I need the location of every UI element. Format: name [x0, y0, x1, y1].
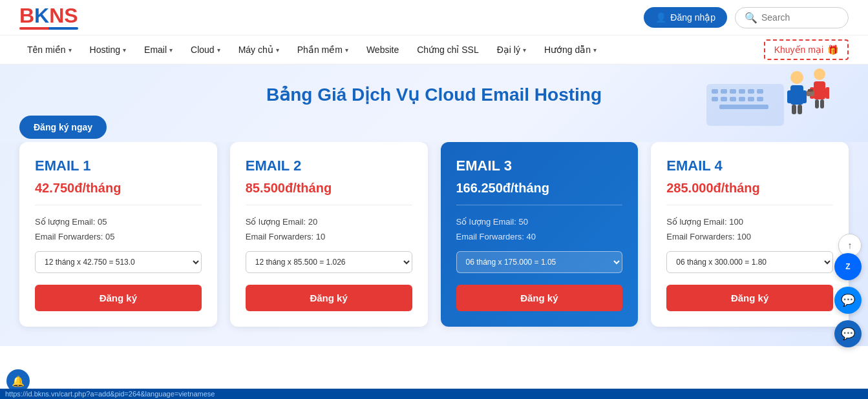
navbar: Tên miền ▾ Hosting ▾ Email ▾ Cloud ▾ Máy…: [0, 36, 868, 65]
logo-underline: [19, 27, 78, 30]
header-right: 👤 Đăng nhập 🔍: [644, 7, 849, 28]
nav-label-phan-mem: Phần mềm: [297, 45, 343, 55]
svg-rect-23: [825, 87, 829, 99]
svg-rect-8: [721, 97, 727, 101]
gift-icon: 🎁: [827, 45, 838, 55]
logo-b: B: [19, 4, 34, 27]
user-icon: 👤: [655, 12, 666, 23]
email3-price: 166.250đ/tháng: [456, 181, 623, 196]
promo-button[interactable]: Khuyến mại 🎁: [764, 39, 849, 60]
nav-label-hosting: Hosting: [90, 45, 120, 55]
divider: [456, 205, 623, 205]
search-input[interactable]: [761, 12, 839, 23]
email4-price: 285.000đ/tháng: [666, 181, 833, 196]
chat-icon: 💬: [841, 327, 855, 341]
email1-features: Số lượng Email: 05 Email Forwarders: 05: [35, 214, 202, 245]
svg-rect-13: [719, 105, 768, 109]
nav-item-dai-ly[interactable]: Đại lý ▾: [489, 36, 534, 64]
email4-register-button[interactable]: Đăng ký: [666, 285, 833, 311]
nav-label-may-chu: Máy chủ: [238, 45, 273, 55]
email2-register-button[interactable]: Đăng ký: [246, 285, 412, 311]
nav-label-cloud: Cloud: [191, 45, 215, 55]
logo-k: K: [34, 4, 49, 27]
hero-illustration: [700, 65, 829, 129]
svg-rect-19: [798, 105, 802, 114]
svg-rect-17: [801, 90, 807, 103]
pricing-card-email3: EMAIL 3 166.250đ/tháng Số lượng Email: 5…: [441, 142, 639, 327]
nav-item-cloud[interactable]: Cloud ▾: [183, 36, 228, 64]
login-button[interactable]: 👤 Đăng nhập: [644, 7, 727, 28]
svg-rect-3: [730, 89, 736, 94]
pricing-card-email4: EMAIL 4 285.000đ/tháng Số lượng Email: 1…: [651, 142, 849, 327]
nav-label-dai-ly: Đại lý: [497, 45, 520, 55]
float-buttons: Z 💬 💬: [834, 253, 862, 346]
pricing-card-email2: EMAIL 2 85.500đ/tháng Số lượng Email: 20…: [230, 142, 428, 327]
svg-rect-7: [712, 97, 718, 101]
nav-label-ten-mien: Tên miền: [27, 45, 66, 55]
svg-rect-12: [757, 97, 763, 101]
nav-label-ssl: Chứng chỉ SSL: [417, 45, 479, 55]
svg-point-14: [790, 71, 803, 84]
logo-n: N: [49, 4, 64, 27]
email2-features: Số lượng Email: 20 Email Forwarders: 10: [246, 214, 412, 245]
nav-item-website[interactable]: Website: [359, 36, 407, 64]
nav-item-ten-mien[interactable]: Tên miền ▾: [19, 36, 79, 64]
svg-rect-1: [712, 89, 718, 94]
messenger-icon: 💬: [841, 293, 855, 307]
svg-rect-6: [757, 89, 763, 94]
nav-item-may-chu[interactable]: Máy chủ ▾: [231, 36, 287, 64]
divider: [246, 205, 412, 205]
email4-period-select[interactable]: 06 tháng x 300.000 = 1.80: [666, 251, 833, 273]
email1-period-select[interactable]: 12 tháng x 42.750 = 513.0: [35, 251, 202, 273]
nav-item-email[interactable]: Email ▾: [136, 36, 180, 64]
nav-label-huong-dan: Hướng dẫn: [544, 45, 591, 55]
messenger-button[interactable]: 💬: [834, 287, 862, 314]
email2-price: 85.500đ/tháng: [246, 181, 412, 196]
logo[interactable]: BKNS: [19, 5, 78, 30]
svg-rect-4: [739, 89, 745, 94]
email4-features: Số lượng Email: 100 Email Forwarders: 10…: [666, 214, 833, 245]
email3-title: EMAIL 3: [456, 158, 623, 174]
email4-title: EMAIL 4: [666, 158, 833, 174]
svg-rect-11: [748, 97, 754, 101]
header: BKNS 👤 Đăng nhập 🔍: [0, 0, 868, 36]
chevron-down-icon: ▾: [345, 46, 348, 54]
arrow-up-icon: ↑: [848, 240, 852, 251]
email1-title: EMAIL 1: [35, 158, 202, 174]
zalo-icon: Z: [845, 262, 850, 271]
chat-button[interactable]: 💬: [834, 320, 862, 346]
chevron-down-icon: ▾: [593, 46, 597, 54]
email3-period-select[interactable]: 06 tháng x 175.000 = 1.05: [456, 251, 623, 273]
search-icon: 🔍: [745, 12, 757, 24]
hero-cta-button[interactable]: Đăng ký ngay: [19, 116, 107, 139]
svg-rect-25: [820, 99, 824, 108]
chevron-down-icon: ▾: [276, 46, 279, 54]
chevron-down-icon: ▾: [523, 46, 526, 54]
nav-item-phan-mem[interactable]: Phần mềm ▾: [290, 36, 356, 64]
email2-period-select[interactable]: 12 tháng x 85.500 = 1.026: [246, 251, 412, 273]
nav-label-email: Email: [144, 45, 167, 55]
svg-rect-9: [730, 97, 736, 101]
divider: [35, 205, 202, 205]
chevron-down-icon: ▾: [169, 46, 173, 54]
svg-rect-16: [787, 90, 792, 103]
svg-rect-5: [748, 89, 754, 94]
svg-rect-18: [792, 105, 796, 114]
email1-register-button[interactable]: Đăng ký: [35, 285, 202, 311]
nav-item-hosting[interactable]: Hosting ▾: [82, 36, 134, 64]
svg-point-20: [814, 68, 825, 80]
nav-item-huong-dan[interactable]: Hướng dẫn ▾: [536, 36, 604, 64]
hero-section: Bảng Giá Dịch Vụ Cloud Email Hosting Đăn…: [0, 65, 868, 142]
email3-register-button[interactable]: Đăng ký: [456, 285, 623, 311]
email2-title: EMAIL 2: [246, 158, 412, 174]
login-label: Đăng nhập: [670, 12, 715, 23]
pricing-cards-row: EMAIL 1 42.750đ/tháng Số lượng Email: 05…: [19, 142, 849, 327]
svg-rect-10: [739, 97, 745, 101]
chevron-down-icon: ▾: [69, 46, 72, 54]
email3-features: Số lượng Email: 50 Email Forwarders: 40: [456, 214, 623, 245]
nav-item-ssl[interactable]: Chứng chỉ SSL: [409, 36, 487, 64]
nav-label-website: Website: [366, 45, 399, 55]
zalo-button[interactable]: Z: [834, 253, 862, 280]
pricing-card-email1: EMAIL 1 42.750đ/tháng Số lượng Email: 05…: [19, 142, 217, 327]
logo-s: S: [64, 4, 78, 27]
